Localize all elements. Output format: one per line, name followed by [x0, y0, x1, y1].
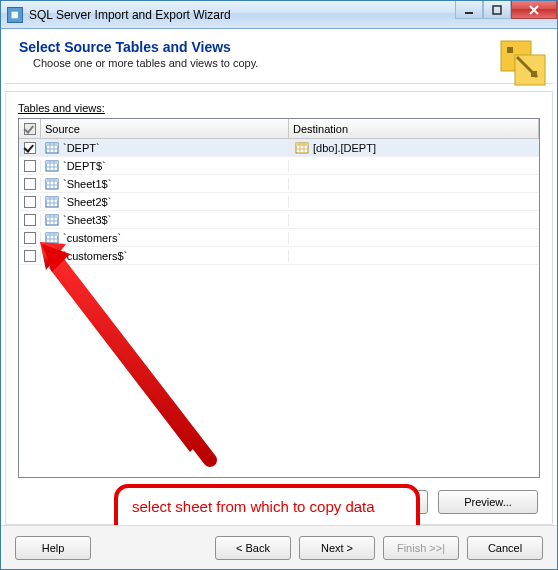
close-button[interactable]	[511, 1, 557, 19]
row-source-cell[interactable]: `Sheet1$`	[41, 178, 289, 190]
app-icon: ▦	[7, 7, 23, 23]
row-source-text: `Sheet1$`	[63, 178, 111, 190]
next-button[interactable]: Next >	[299, 536, 375, 560]
row-source-text: `customers`	[63, 232, 121, 244]
finish-button: Finish >>|	[383, 536, 459, 560]
maximize-button[interactable]	[483, 1, 511, 19]
table-row[interactable]: `DEPT$`	[19, 157, 539, 175]
row-checkbox[interactable]	[24, 160, 36, 172]
svg-rect-32	[46, 215, 58, 218]
row-checkbox[interactable]	[24, 232, 36, 244]
row-checkbox-cell[interactable]	[19, 196, 41, 208]
wizard-window: ▦ SQL Server Import and Export Wizard Se…	[0, 0, 558, 570]
cancel-button[interactable]: Cancel	[467, 536, 543, 560]
wizard-header: Select Source Tables and Views Choose on…	[1, 29, 557, 83]
select-all-checkbox[interactable]	[24, 123, 36, 135]
svg-rect-27	[46, 197, 58, 200]
worksheet-icon	[45, 160, 59, 172]
row-source-cell[interactable]: `DEPT`	[41, 142, 289, 154]
row-checkbox[interactable]	[24, 214, 36, 226]
svg-rect-22	[46, 179, 58, 182]
row-destination-cell[interactable]: [dbo].[DEPT]	[289, 142, 539, 154]
svg-rect-7	[46, 143, 58, 146]
worksheet-icon	[45, 214, 59, 226]
page-title: Select Source Tables and Views	[19, 39, 539, 55]
divider	[5, 83, 553, 84]
page-subtitle: Choose one or more tables and views to c…	[33, 57, 539, 69]
svg-rect-12	[296, 143, 308, 146]
wizard-footer: Help < Back Next > Finish >>| Cancel	[1, 525, 557, 569]
grid-header: Source Destination	[19, 119, 539, 139]
worksheet-icon	[45, 250, 59, 262]
wizard-body: Tables and views: Source Destination `DE…	[5, 91, 553, 525]
worksheet-icon	[45, 142, 59, 154]
header-source[interactable]: Source	[41, 119, 289, 138]
table-row[interactable]: `Sheet3$`	[19, 211, 539, 229]
header-destination[interactable]: Destination	[289, 119, 539, 138]
worksheet-icon	[45, 232, 59, 244]
row-checkbox[interactable]	[24, 178, 36, 190]
svg-rect-0	[465, 12, 473, 14]
grid-label: Tables and views:	[18, 102, 540, 114]
grid-body: `DEPT`[dbo].[DEPT]`DEPT$``Sheet1$``Sheet…	[19, 139, 539, 265]
svg-rect-1	[493, 6, 501, 14]
worksheet-icon	[45, 196, 59, 208]
wizard-header-icon	[495, 35, 551, 91]
table-row[interactable]: `customers`	[19, 229, 539, 247]
table-row[interactable]: `Sheet2$`	[19, 193, 539, 211]
header-checkbox-cell[interactable]	[19, 119, 41, 138]
row-checkbox-cell[interactable]	[19, 142, 41, 154]
row-checkbox-cell[interactable]	[19, 178, 41, 190]
edit-mappings-button[interactable]: Edit Mappings...	[298, 490, 428, 514]
row-destination-text: [dbo].[DEPT]	[313, 142, 376, 154]
row-source-text: `Sheet3$`	[63, 214, 111, 226]
table-row[interactable]: `customers$`	[19, 247, 539, 265]
grid-buttons: Edit Mappings... Preview...	[298, 490, 538, 514]
row-source-cell[interactable]: `Sheet2$`	[41, 196, 289, 208]
preview-button[interactable]: Preview...	[438, 490, 538, 514]
row-checkbox-cell[interactable]	[19, 214, 41, 226]
help-button[interactable]: Help	[15, 536, 91, 560]
worksheet-icon	[45, 178, 59, 190]
svg-rect-17	[46, 161, 58, 164]
row-source-text: `Sheet2$`	[63, 196, 111, 208]
svg-rect-37	[46, 233, 58, 236]
row-checkbox[interactable]	[24, 250, 36, 262]
row-source-text: `DEPT`	[63, 142, 100, 154]
minimize-button[interactable]	[455, 1, 483, 19]
titlebar: ▦ SQL Server Import and Export Wizard	[1, 1, 557, 29]
row-checkbox[interactable]	[24, 142, 36, 154]
svg-rect-4	[507, 47, 513, 53]
back-button[interactable]: < Back	[215, 536, 291, 560]
row-source-cell[interactable]: `Sheet3$`	[41, 214, 289, 226]
tables-grid: Source Destination `DEPT`[dbo].[DEPT]`DE…	[18, 118, 540, 478]
row-checkbox[interactable]	[24, 196, 36, 208]
window-buttons	[455, 1, 557, 19]
row-source-cell[interactable]: `DEPT$`	[41, 160, 289, 172]
row-checkbox-cell[interactable]	[19, 160, 41, 172]
table-icon	[295, 142, 309, 154]
svg-rect-42	[46, 251, 58, 254]
table-row[interactable]: `DEPT`[dbo].[DEPT]	[19, 139, 539, 157]
row-source-text: `DEPT$`	[63, 160, 106, 172]
row-source-cell[interactable]: `customers$`	[41, 250, 289, 262]
row-checkbox-cell[interactable]	[19, 250, 41, 262]
row-checkbox-cell[interactable]	[19, 232, 41, 244]
row-source-text: `customers$`	[63, 250, 127, 262]
row-source-cell[interactable]: `customers`	[41, 232, 289, 244]
window-title: SQL Server Import and Export Wizard	[29, 8, 231, 22]
table-row[interactable]: `Sheet1$`	[19, 175, 539, 193]
